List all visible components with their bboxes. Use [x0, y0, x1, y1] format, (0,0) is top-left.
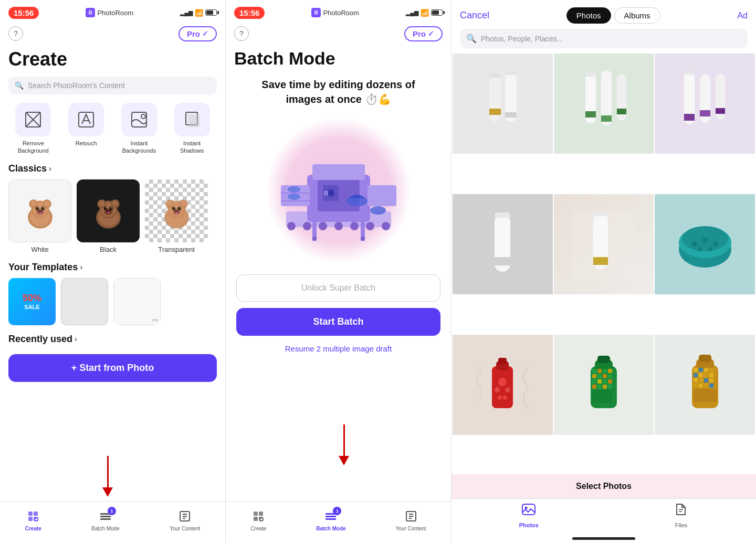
nav-content-batch[interactable]: Your Content	[396, 509, 426, 531]
photo-cell-8[interactable]	[554, 335, 654, 435]
tool-instant-bg[interactable]: InstantBackgrounds	[114, 103, 164, 155]
nav-bar-create: ? Pro ✓	[0, 23, 225, 46]
nav-badge-batch-create: 1	[108, 507, 116, 515]
svg-point-31	[112, 200, 118, 206]
recently-used-header[interactable]: Recently used ›	[0, 334, 225, 350]
svg-rect-190	[704, 384, 708, 388]
svg-rect-175	[699, 355, 711, 362]
photo-cell-3[interactable]	[655, 54, 755, 154]
photos-nav-photos[interactable]: Photos	[519, 502, 539, 528]
add-button[interactable]: Ad	[737, 11, 748, 20]
bottom-nav-batch: Create 1 Batch Mode	[226, 501, 451, 543]
svg-rect-127	[700, 110, 710, 116]
svg-rect-55	[34, 512, 38, 516]
classics-section-header[interactable]: Classics ›	[0, 163, 225, 179]
home-indicator-photos	[572, 537, 635, 540]
photo-grid	[452, 54, 756, 474]
bottom-nav-create: Create 1 Batch Mode	[0, 501, 225, 543]
batch-title: Batch Mode	[226, 46, 451, 77]
search-bar-create[interactable]: 🔍 Search PhotoRoom's Content	[8, 77, 217, 94]
tool-remove-bg[interactable]: RemoveBackground	[8, 103, 58, 155]
template-sale[interactable]: 50% SALE	[8, 278, 56, 325]
photo-cell-4[interactable]	[453, 194, 553, 294]
svg-rect-104	[326, 518, 336, 520]
svg-rect-111	[489, 73, 501, 78]
nav-content-icon-create	[177, 509, 192, 524]
nav-batch-icon-batch: 1	[323, 509, 338, 524]
quick-tools: RemoveBackground Retouch Ins	[0, 103, 225, 163]
pro-badge-create[interactable]: Pro ✓	[178, 26, 217, 41]
photo-cell-2[interactable]	[554, 54, 654, 154]
nav-batch-label-batch: Batch Mode	[316, 526, 346, 531]
svg-rect-169	[597, 385, 602, 389]
start-from-photo-button[interactable]: + Start from Photo	[8, 354, 217, 382]
nav-content-create[interactable]: Your Content	[170, 509, 200, 531]
svg-rect-189	[699, 384, 703, 388]
svg-point-87	[350, 222, 359, 230]
pro-badge-batch[interactable]: Pro ✓	[404, 26, 443, 41]
tab-albums[interactable]: Albums	[614, 7, 660, 24]
template-blank[interactable]	[61, 278, 108, 325]
sale-text: 50%	[23, 293, 41, 304]
tool-retouch[interactable]: Retouch	[61, 103, 111, 155]
svg-point-46	[180, 200, 186, 206]
unlock-batch-button[interactable]: Unlock Super Batch	[236, 274, 440, 302]
svg-point-50	[174, 207, 175, 208]
nav-batch-create[interactable]: 1 Batch Mode	[91, 509, 119, 531]
help-button-create[interactable]: ?	[8, 26, 23, 41]
svg-point-149	[495, 387, 500, 392]
photo-cell-7[interactable]	[453, 335, 553, 435]
svg-point-21	[43, 207, 44, 208]
red-arrow-create	[102, 456, 113, 497]
svg-point-48	[172, 207, 175, 210]
nav-content-icon-batch	[404, 509, 418, 524]
photos-nav-files[interactable]: Files	[674, 502, 688, 528]
cancel-button[interactable]: Cancel	[460, 10, 489, 21]
svg-point-89	[382, 222, 390, 230]
svg-point-143	[698, 247, 702, 251]
svg-rect-181	[699, 373, 703, 377]
svg-rect-122	[617, 109, 626, 114]
classic-transparent[interactable]: Transparent	[145, 179, 208, 253]
svg-rect-92	[361, 222, 365, 238]
photo-cell-5[interactable]	[554, 194, 654, 294]
svg-rect-131	[495, 257, 510, 265]
svg-point-86	[334, 222, 343, 230]
svg-point-23	[38, 211, 41, 214]
classic-label-transparent: Transparent	[158, 246, 195, 253]
svg-point-15	[30, 200, 36, 206]
battery-icon-batch	[431, 9, 443, 16]
templates-row: 50% SALE PR	[0, 278, 225, 334]
nav-create[interactable]: Create	[25, 509, 41, 531]
templates-section-header[interactable]: Your Templates ›	[0, 262, 225, 278]
tool-instant-shadows[interactable]: InstantShadows	[167, 103, 217, 155]
nav-batch-icon-create: 1	[98, 509, 113, 524]
svg-rect-103	[326, 516, 336, 517]
template-preview[interactable]: PR	[113, 278, 161, 325]
photo-cell-9[interactable]	[655, 335, 755, 435]
classic-white[interactable]: White	[8, 179, 71, 253]
svg-point-19	[41, 207, 44, 210]
start-batch-button[interactable]: Start Batch	[236, 308, 440, 336]
svg-rect-171	[608, 385, 612, 389]
svg-point-144	[708, 247, 712, 251]
classic-black[interactable]: Black	[77, 179, 140, 253]
nav-batch-batch[interactable]: 1 Batch Mode	[316, 509, 346, 531]
photos-search[interactable]: 🔍 Photos, People, Places...	[460, 29, 748, 48]
tool-label-instant-shadows: InstantShadows	[180, 140, 204, 155]
photo-cell-1[interactable]	[453, 54, 553, 154]
svg-rect-180	[694, 373, 698, 377]
nav-create-batch[interactable]: Create	[250, 509, 266, 531]
svg-rect-160	[592, 374, 596, 378]
svg-rect-157	[597, 369, 602, 373]
photos-nav-files-label: Files	[675, 522, 687, 528]
photo-cell-6[interactable]	[655, 194, 755, 294]
tool-label-retouch: Retouch	[76, 140, 97, 147]
svg-rect-62	[100, 516, 111, 517]
svg-rect-56	[28, 517, 33, 521]
svg-rect-96	[259, 512, 263, 516]
help-button-batch[interactable]: ?	[234, 26, 249, 41]
svg-point-141	[702, 238, 708, 243]
resume-draft-button[interactable]: Resume 2 multiple image draft	[226, 342, 451, 355]
tab-photos[interactable]: Photos	[566, 7, 611, 24]
